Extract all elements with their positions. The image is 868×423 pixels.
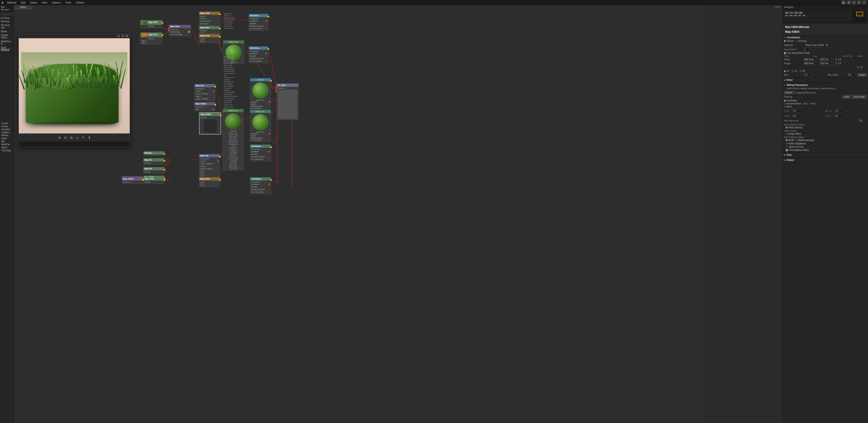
node-map25[interactable]: Map #25 Composite Layer 1 Layer 1 (Mask)… (194, 84, 215, 101)
reload-btn[interactable]: Reload (784, 91, 794, 94)
coordinates-header[interactable]: ▼ Coordinates (784, 36, 867, 39)
y-angle-input[interactable] (834, 62, 845, 65)
mat-mix[interactable]: Mix (0, 140, 14, 143)
width-size-input[interactable] (819, 58, 832, 61)
rotate-btn[interactable]: Rotate (857, 73, 867, 77)
view-image-btn[interactable]: View Image (851, 95, 867, 99)
blur-offset-input[interactable] (847, 73, 855, 77)
premultiplied-checkbox[interactable] (786, 149, 788, 151)
menu-edit[interactable]: Edit (20, 1, 26, 4)
x-angle-input[interactable] (834, 58, 845, 61)
mat-gradient[interactable]: Gradient (0, 128, 14, 131)
sidebar-section-doublesided[interactable]: Double Sided (0, 33, 14, 40)
menu-tools[interactable]: Tools (64, 1, 72, 4)
node-map9[interactable]: Map #9 Bitmap (143, 167, 164, 174)
mat-gradient-ra[interactable]: Gradient Ra... (0, 131, 14, 134)
z-angle-input[interactable] (856, 66, 867, 69)
menu-utilities[interactable]: Utilities (75, 1, 85, 4)
sidebar-section-physical[interactable]: Physical Ma... (0, 24, 14, 30)
jitter-input[interactable] (859, 119, 867, 122)
height-value-input[interactable] (803, 62, 816, 65)
node-map607[interactable]: Map #607 Bitmap (140, 20, 162, 28)
node-map2020[interactable]: Map #2020 Color Cor... Map (194, 102, 215, 111)
preview-crop-btn[interactable]: ▱ (76, 136, 79, 140)
width-value-input[interactable] (803, 58, 816, 61)
mat-forest-color[interactable]: Forest Color (0, 122, 14, 125)
toolbar-icon-5[interactable]: ⬡ (862, 0, 867, 4)
real-world-scale-checkbox[interactable] (784, 52, 786, 54)
preview-edit-btn[interactable]: ✎ (82, 136, 85, 140)
radio-summed-area[interactable]: Summed Area (784, 102, 801, 105)
v-input[interactable] (792, 114, 801, 118)
window-close-btn[interactable]: ✕ (125, 35, 128, 37)
mat-noise[interactable]: Noise (0, 146, 14, 149)
sidebar-section-general[interactable]: General (0, 20, 14, 24)
node-map753[interactable]: Map #753 (199, 177, 220, 182)
menu-options[interactable]: Options (51, 1, 61, 4)
mat-forest-edge[interactable]: Forest Edge (0, 125, 14, 128)
node-map524[interactable]: Map #524 Forest Co... Default Map Color … (169, 25, 191, 36)
menu-material[interactable]: Material (6, 1, 17, 4)
node-map700[interactable]: Map #700 Bitmap (143, 177, 164, 184)
navigator-viewport[interactable] (782, 9, 868, 23)
window-minimize-btn[interactable]: — (117, 35, 120, 37)
height-size-input[interactable] (819, 62, 832, 65)
sidebar-section-multisub[interactable]: Multi/Sub-O... (0, 40, 14, 46)
radio-environ[interactable]: Environ (796, 40, 807, 42)
mat-osl-map[interactable]: OSL Map (0, 149, 14, 152)
preview-frame-btn[interactable]: ⊞ (70, 136, 73, 140)
node-map711[interactable]: Map #711 Bitmap Map 1 Map 2 (140, 32, 162, 44)
radio-none[interactable]: None (784, 105, 867, 108)
radio-image-alpha[interactable]: Image Alpha (786, 132, 801, 135)
radio-zx[interactable]: ZX (800, 70, 805, 72)
node-map97[interactable]: Map #97 Composite Layer 1 Layer 1 (Mask)… (199, 154, 220, 187)
mat-multitile[interactable]: MultiTile (0, 143, 14, 146)
radio-rgb-intensity[interactable]: RGB Intensity (786, 126, 803, 129)
toolbar-icon-2[interactable]: ⊞ (847, 0, 851, 4)
radio-xy[interactable]: XY (784, 70, 789, 72)
preview-zoom-in-btn[interactable]: ⊕ (58, 136, 61, 140)
alpha-gray-checkbox[interactable] (786, 146, 788, 148)
mapping-select[interactable]: Planar from World XYZ (803, 43, 829, 47)
map-channel-input[interactable] (803, 48, 810, 51)
node-chickweed1[interactable]: Chickwee... VRayZSid... bundleMt backMt … (250, 145, 271, 161)
output-header[interactable]: ▶ Output (784, 159, 867, 161)
w-input[interactable] (834, 109, 844, 113)
node-veronica2[interactable]: Veronica... VRayZSid... bundleMt backMt … (249, 47, 268, 63)
node-map597[interactable]: Map #597 Bitmap (199, 26, 220, 32)
time-header[interactable]: ▶ Time (784, 154, 867, 156)
sidebar-section-blend[interactable]: Blend (0, 30, 14, 33)
node-to-unk[interactable]: To_unk... MultiSub... (277, 84, 299, 120)
radio-rgb-intensity-2[interactable]: RGB Intensity (796, 139, 814, 142)
node-map795[interactable]: Map #795 Falloff Map 2 (199, 34, 220, 43)
h-input[interactable] (834, 114, 843, 118)
radio-rgb[interactable]: RGB (786, 139, 794, 142)
u-input[interactable] (792, 109, 801, 113)
noise-header[interactable]: ▶ Noise (784, 79, 867, 81)
node-bitmap-bottom[interactable]: Bitmap... (143, 151, 164, 156)
node-chickweed2[interactable]: Chickwee... VRayZSid... bundleMt backMt … (250, 177, 271, 194)
toolbar-icon-1[interactable]: ◧ (841, 0, 846, 4)
toolbar-icon-4[interactable]: ☰ (857, 0, 861, 4)
menu-select[interactable]: Select (29, 1, 38, 4)
mat-mask[interactable]: Mask (0, 137, 14, 140)
window-maximize-btn[interactable]: □ (121, 35, 124, 37)
search-input[interactable] (1, 12, 13, 16)
view-tab[interactable]: View1 (14, 5, 32, 9)
radio-texture[interactable]: Texture (784, 40, 794, 42)
radio-pyramidal[interactable]: Pyramidal (784, 99, 867, 102)
preview-zoom-out-btn[interactable]: ⊖ (64, 136, 67, 140)
preview-export-btn[interactable]: ⬇ (88, 136, 91, 140)
bitmap-params-header[interactable]: ▼ Bitmap Parameters (784, 84, 867, 86)
node-map5[interactable]: Map #5 Bitmap (143, 158, 164, 165)
apply-btn[interactable]: Apply (842, 95, 851, 98)
menu-view[interactable]: View (41, 1, 48, 4)
radio-yz[interactable]: YZ (792, 70, 797, 72)
radio-none-opaque[interactable]: None (Opaque) (786, 142, 867, 145)
node-veronica1[interactable]: Veronica... VRayZSid... bundleMt backMt … (249, 14, 268, 31)
node-map2020-bottom[interactable]: Map #2020 Forest Co... (122, 177, 143, 184)
toolbar-icon-3[interactable]: ⊡ (852, 0, 856, 4)
node-map2834[interactable]: Map #2834 Bitmap (199, 112, 221, 134)
blur-input[interactable] (803, 73, 811, 77)
mat-marble[interactable]: Marble (0, 134, 14, 137)
